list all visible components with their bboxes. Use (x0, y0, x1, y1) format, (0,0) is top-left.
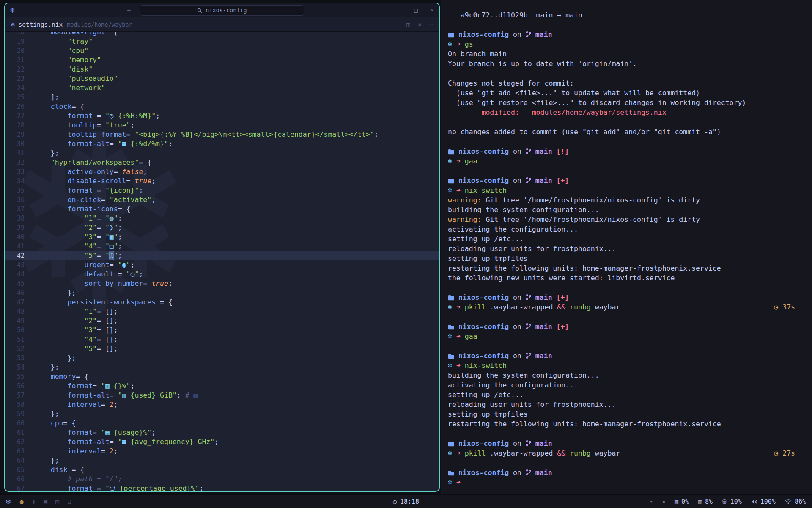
maximize-button[interactable]: □ (414, 7, 417, 14)
line-number: 22 (5, 65, 25, 74)
tray-icon-1[interactable]: ▾ (650, 499, 653, 505)
terminal-blank-line (448, 117, 795, 127)
code-line-36: 36 on-click= "activate"; (5, 195, 439, 204)
waybar-disk-module[interactable]: ⛁10% (722, 498, 742, 505)
code-text: "pulseaudio" (34, 74, 118, 83)
code-line-62: 62 format-alt= "▦ {avg_frequency} GHz"; (5, 437, 439, 447)
more-options-button[interactable]: ⋯ (430, 21, 433, 28)
icon-branch (526, 293, 531, 301)
terminal-line: nixos-config on main (448, 351, 795, 361)
code-text: "cpu" (34, 46, 88, 55)
close-tab-button[interactable]: × (418, 21, 421, 28)
code-line-26: 26 clock= { (5, 102, 439, 111)
icon-branch (526, 30, 531, 39)
project-search[interactable]: nixos-config (140, 5, 304, 16)
code-text: "2"= []; (34, 316, 118, 326)
code-line-46: 46 }; (5, 288, 439, 298)
workspace-1-button[interactable]: ◍ (20, 498, 24, 505)
code-line-55: 55 memory= { (5, 372, 439, 381)
line-number: 56 (5, 381, 25, 391)
code-line-19: 19 "tray" (5, 37, 439, 46)
code-text: format= "▦ {usage}%"; (34, 428, 156, 437)
code-line-51: 51 "4"= []; (5, 335, 439, 344)
terminal-line: On branch main (448, 49, 795, 59)
line-number: 36 (5, 195, 25, 204)
line-number: 18 (5, 32, 25, 37)
network-value: 86% (795, 498, 806, 505)
terminal-line: activating the configuration... (448, 380, 795, 390)
code-line-50: 50 "3"= []; (5, 326, 439, 335)
command-duration: ◷ 37s (774, 302, 795, 312)
nix-logo-icon: ❄ (10, 6, 14, 14)
code-line-22: 22 "disk" (5, 65, 439, 74)
waybar-cpu-module[interactable]: ▦0% (675, 498, 689, 505)
icon-branch (526, 147, 531, 155)
code-text: interval= 2; (34, 447, 118, 456)
code-line-29: 29 tooltip-format= "<big>{:%Y %B}</big>\… (5, 130, 439, 139)
code-text: }; (34, 353, 76, 363)
cpu-icon: ▦ (675, 498, 678, 505)
line-number: 53 (5, 353, 25, 363)
code-line-30: 30 format-alt= "▦ {:%d/%m}"; (5, 139, 439, 149)
workspace-2-button[interactable]: ❯ (32, 498, 36, 505)
code-editor[interactable]: ❄ 18 modules-right= [19 "tray"20 "cpu"21… (5, 32, 439, 491)
split-editor-button[interactable]: ◫ (406, 21, 410, 28)
terminal-blank-line (448, 312, 795, 322)
code-text: format= "▥ {}%"; (34, 381, 134, 391)
terminal[interactable]: a9c0c72..d11029b main → main nixos-confi… (441, 0, 812, 494)
terminal-blank-line (448, 429, 795, 439)
editor-titlebar[interactable]: ❄ ← → nixos-config — □ × (5, 3, 439, 17)
code-text: persistent-workspaces = { (34, 298, 173, 307)
workspace-4-button[interactable]: ▤ (55, 498, 59, 505)
code-text: "5"= []; (34, 344, 118, 353)
terminal-blank-line (448, 166, 795, 176)
code-text: "2"= "❯"; (34, 223, 122, 232)
waybar-clock[interactable]: ◷ 18:18 (393, 498, 419, 505)
code-text: on-click= "activate"; (34, 195, 156, 204)
terminal-line: ❄ ➜ gaa (448, 156, 795, 166)
code-line-65: 65 disk = { (5, 465, 439, 475)
workspace-5-button[interactable]: ♫ (67, 498, 71, 505)
code-text: "3"= "▣"; (34, 232, 122, 242)
nix-file-icon: ❄ (11, 21, 14, 28)
code-text: "1"= "◍"; (34, 214, 122, 223)
tab-filename[interactable]: settings.nix (18, 21, 63, 28)
clock-icon: ◷ (393, 498, 397, 505)
line-number: 50 (5, 326, 25, 335)
disk-value: 10% (730, 498, 742, 505)
disk-icon: ⛁ (722, 498, 727, 505)
minimize-button[interactable]: — (398, 7, 401, 14)
icon-folder (448, 293, 454, 301)
workspace-3-button[interactable]: ▣ (44, 498, 47, 505)
tray-icon-2[interactable]: ▪ (662, 499, 665, 505)
line-number: 49 (5, 316, 25, 326)
code-text: format-alt= "▥ {used} GiB"; # ▥ (34, 391, 198, 400)
line-number: 28 (5, 121, 25, 130)
terminal-blank-line (448, 283, 795, 293)
icon-branch (526, 323, 531, 331)
code-text: "5"= "♫"; (34, 251, 122, 260)
waybar-memory-module[interactable]: ▥8% (698, 498, 713, 505)
terminal-line: ❄ ➜ pkill .waybar-wrapped && runbg wayba… (448, 302, 795, 312)
code-line-37: 37 format-icons= { (5, 204, 439, 214)
nav-back-button[interactable]: ← (127, 6, 131, 14)
code-text: disk = { (34, 465, 84, 475)
code-line-47: 47 persistent-workspaces = { (5, 298, 439, 307)
code-text: ]; (34, 93, 59, 102)
waybar-pulseaudio-module[interactable]: 100% (751, 498, 776, 505)
nixos-launcher-icon[interactable]: ❄ (6, 497, 11, 506)
code-text: format-alt= "▦ {:%d/%m}"; (34, 139, 173, 149)
close-button[interactable]: × (431, 7, 434, 14)
code-text: }; (34, 409, 59, 419)
code-line-45: 45 sort-by-number= true; (5, 279, 439, 288)
terminal-line: Your branch is up to date with 'origin/m… (448, 59, 795, 69)
waybar-network-module[interactable]: 86% (785, 498, 806, 505)
memory-value: 8% (705, 498, 713, 505)
terminal-line: ❄ ➜ gs (448, 39, 795, 49)
code-line-42: 42 "5"= "♫"; (5, 251, 439, 260)
code-line-54: 54 }; (5, 363, 439, 372)
terminal-line: setting up tmpfiles (448, 409, 795, 419)
code-text: tooltip-format= "<big>{:%Y %B}</big>\n<t… (34, 130, 379, 139)
code-line-28: 28 tooltip= "true"; (5, 121, 439, 130)
code-line-67: 67 format = "⛁ {percentage_used}%"; (5, 484, 439, 491)
